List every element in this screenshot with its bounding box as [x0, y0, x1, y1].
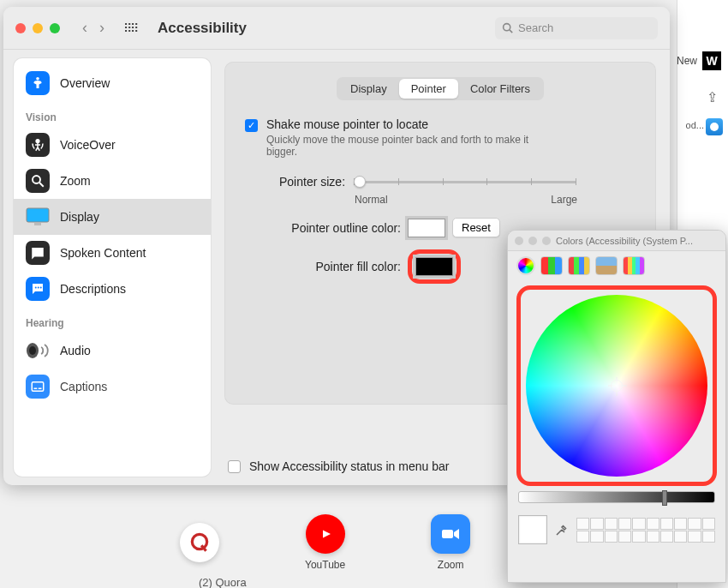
tab-pointer[interactable]: Pointer	[399, 79, 458, 99]
dock-item-youtube[interactable]: YouTube	[305, 514, 345, 571]
dock-label-quora: (2) Quora	[199, 576, 247, 588]
search-icon	[502, 22, 513, 33]
svg-point-4	[33, 176, 40, 183]
slider-knob[interactable]	[354, 176, 366, 188]
dock-row: YouTube Zoom	[180, 514, 470, 571]
sidebar-item-zoom[interactable]: Zoom	[14, 163, 211, 199]
svg-rect-14	[34, 388, 38, 390]
menubar-status-row: Show Accessibility status in menu bar	[228, 459, 449, 473]
picker-tab-palette[interactable]	[568, 256, 590, 275]
svg-line-1	[510, 30, 512, 33]
picker-tab-wheel[interactable]	[516, 256, 535, 275]
minimize-window-button[interactable]	[33, 23, 43, 33]
color-picker-window: Colors (Accessibility (System P...	[507, 230, 726, 583]
background-bookmark-label[interactable]: od...	[686, 120, 704, 130]
reset-button[interactable]: Reset	[452, 218, 500, 237]
svg-rect-13	[32, 382, 44, 392]
dock-label: Zoom	[438, 559, 464, 571]
all-prefs-grid-icon[interactable]: ⠿⠿	[123, 26, 137, 31]
shake-pointer-description: Quickly move the mouse pointer back and …	[266, 134, 558, 158]
sidebar-item-audio[interactable]: Audio	[14, 333, 211, 369]
sidebar-label: Descriptions	[60, 282, 126, 296]
svg-point-3	[36, 140, 39, 143]
menubar-status-checkbox[interactable]	[228, 460, 241, 473]
voiceover-icon	[26, 133, 50, 157]
zoom-window-button[interactable]	[50, 23, 60, 33]
shake-pointer-checkbox[interactable]: ✓	[245, 119, 258, 132]
current-color-swatch[interactable]	[518, 515, 547, 544]
shake-pointer-label: Shake mouse pointer to locate	[266, 117, 558, 131]
svg-point-16	[192, 534, 206, 549]
svg-point-8	[35, 287, 37, 289]
sidebar-label: Display	[60, 210, 99, 224]
fill-color-label: Pointer fill color:	[264, 260, 401, 273]
search-field[interactable]: Search	[495, 17, 658, 39]
eyedropper-icon[interactable]	[554, 522, 570, 537]
pointer-size-slider[interactable]	[354, 173, 576, 190]
background-tab-w[interactable]: W	[702, 51, 721, 70]
picker-titlebar: Colors (Accessibility (System P...	[508, 231, 725, 251]
sidebar-item-spoken-content[interactable]: Spoken Content	[14, 235, 211, 271]
fill-color-highlight	[408, 249, 461, 284]
picker-tab-pencils[interactable]	[623, 256, 645, 275]
picker-close-button[interactable]	[515, 237, 523, 245]
saved-swatches-grid[interactable]	[576, 518, 715, 543]
color-wheel-highlight	[516, 285, 717, 486]
pointer-size-min: Normal	[355, 194, 388, 206]
dock-item-zoom[interactable]: Zoom	[431, 514, 470, 571]
fill-color-swatch[interactable]	[415, 257, 453, 276]
svg-rect-7	[34, 223, 41, 225]
color-wheel[interactable]	[526, 295, 707, 477]
svg-point-2	[36, 77, 39, 81]
share-icon[interactable]: ⇪	[707, 89, 718, 105]
picker-title: Colors (Accessibility (System P...	[556, 236, 693, 246]
outline-color-swatch[interactable]	[408, 219, 445, 237]
picker-zoom-button[interactable]	[542, 237, 551, 245]
sidebar: Overview Vision VoiceOver Zoom Displa	[14, 58, 211, 477]
overview-icon	[26, 71, 50, 95]
tab-display[interactable]: Display	[338, 79, 399, 99]
pointer-size-row: Pointer size:	[279, 173, 636, 190]
back-button[interactable]: ‹	[82, 19, 87, 37]
outline-color-label: Pointer outline color:	[264, 221, 401, 235]
background-tab-new[interactable]: New	[677, 55, 697, 67]
svg-point-10	[40, 287, 42, 289]
sidebar-item-display[interactable]: Display	[14, 199, 211, 235]
safari-icon[interactable]	[706, 118, 723, 135]
menubar-status-label: Show Accessibility status in menu bar	[249, 459, 449, 473]
sidebar-item-captions[interactable]: Captions	[14, 369, 211, 405]
pointer-size-label: Pointer size:	[279, 175, 345, 189]
dock-item-quora[interactable]	[180, 523, 219, 562]
svg-point-0	[504, 24, 510, 31]
window-title: Accessibility	[158, 20, 247, 37]
sidebar-item-voiceover[interactable]: VoiceOver	[14, 127, 211, 163]
spoken-content-icon	[26, 241, 50, 265]
color-wheel-cursor[interactable]	[611, 380, 623, 392]
picker-minimize-button[interactable]	[528, 237, 537, 245]
picker-tab-image[interactable]	[595, 256, 618, 275]
sidebar-label: Overview	[60, 76, 110, 90]
brightness-knob[interactable]	[662, 490, 667, 506]
sidebar-item-descriptions[interactable]: Descriptions	[14, 271, 211, 307]
svg-rect-15	[39, 388, 42, 390]
tab-color-filters[interactable]: Color Filters	[458, 79, 542, 99]
forward-button[interactable]: ›	[99, 19, 104, 37]
sidebar-label: Captions	[60, 380, 107, 393]
close-window-button[interactable]	[15, 23, 26, 33]
shake-pointer-row: ✓ Shake mouse pointer to locate Quickly …	[245, 117, 636, 158]
brightness-slider[interactable]	[518, 491, 715, 503]
pointer-size-max: Large	[551, 194, 577, 206]
picker-tab-sliders[interactable]	[540, 256, 563, 275]
window-controls	[15, 23, 60, 33]
sidebar-item-overview[interactable]: Overview	[14, 65, 211, 101]
display-icon	[26, 205, 50, 229]
descriptions-icon	[26, 277, 50, 301]
zoom-icon	[26, 169, 50, 193]
sidebar-label: Audio	[60, 344, 91, 357]
picker-mode-tabs	[508, 251, 725, 280]
sidebar-section-vision: Vision	[14, 101, 211, 127]
svg-line-5	[39, 183, 44, 187]
audio-icon	[26, 339, 50, 363]
sidebar-label: VoiceOver	[60, 138, 116, 152]
svg-rect-6	[27, 208, 49, 222]
